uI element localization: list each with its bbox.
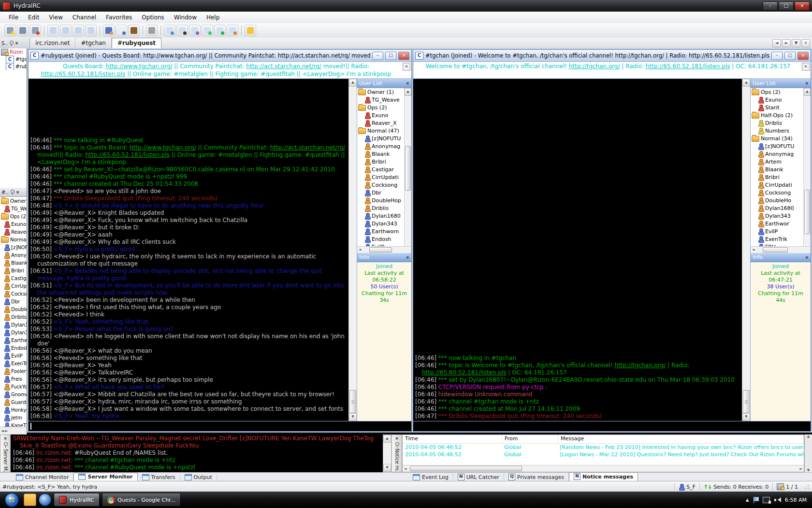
user-row[interactable]: Earthworn	[357, 227, 404, 235]
server-monitor-caption[interactable]: × Server M...	[0, 434, 11, 472]
notice-vscrollbar[interactable]: ▲ ▼	[804, 434, 812, 472]
user-group-row[interactable]: Normal (47)	[357, 127, 404, 134]
tab-private-messages[interactable]: QPrivate messages	[504, 473, 569, 481]
user-row[interactable]: Artem	[751, 158, 803, 165]
server-tree-server[interactable]: Rizon	[0, 48, 27, 56]
tab-close-icon[interactable]: ×	[801, 39, 810, 47]
user-row[interactable]: Guardsma	[0, 398, 27, 406]
user-row[interactable]: Starit	[751, 104, 803, 111]
network-icon[interactable]	[763, 497, 770, 503]
user-row[interactable]: [z]NOFUTU	[357, 134, 404, 142]
scroll-down-icon[interactable]: ▼	[742, 413, 750, 421]
userlist-header[interactable]: User List ×	[357, 79, 411, 88]
tab-output[interactable]: Output	[180, 474, 217, 481]
user-row[interactable]: CirrUpdati	[0, 282, 27, 290]
scroll-left-icon[interactable]: ◄	[751, 248, 756, 252]
user-row[interactable]: Dylan1680	[751, 204, 803, 212]
link[interactable]: http://65.60.52.181/listen.pls	[41, 71, 126, 77]
tab-transfers[interactable]: Transfers	[138, 474, 180, 481]
server-tree-pane-caption[interactable]: S.. ×	[0, 38, 30, 48]
tgchan-titlebar[interactable]: C #tgchan (Joined) - Welcome to #tgchan,…	[413, 50, 811, 62]
cascade-windows-icon[interactable]	[47, 25, 59, 36]
user-row[interactable]: Dylan1680	[357, 212, 404, 220]
tgchan-input[interactable]	[413, 421, 811, 431]
user-row[interactable]: Exuno	[751, 96, 803, 104]
user-row[interactable]: Driblis	[0, 313, 27, 321]
menu-view[interactable]: View	[44, 13, 67, 22]
user-row[interactable]: Driblis	[751, 119, 803, 127]
userlist-scrollbar[interactable]: ▲	[404, 88, 411, 246]
quick-connect-icon[interactable]	[17, 25, 29, 36]
topic-close-icon[interactable]: ×	[802, 63, 810, 71]
info-header[interactable]: Info ×	[357, 253, 411, 262]
menu-edit[interactable]: Edit	[23, 13, 44, 22]
tile-horizontal-icon[interactable]	[72, 25, 84, 36]
user-row[interactable]: Anonymag	[357, 142, 404, 150]
pin-icon[interactable]	[9, 40, 14, 46]
disconnect-icon[interactable]	[29, 25, 41, 36]
userlist-scrollbar[interactable]: ▲	[803, 88, 811, 246]
user-row[interactable]: Anonymag	[0, 251, 27, 259]
scroll-right-icon[interactable]: ►	[5, 429, 8, 433]
user-group-row[interactable]: Half-Ops (2)	[751, 111, 803, 119]
user-row[interactable]: Exuno	[357, 111, 404, 119]
scroll-up-icon[interactable]: ▲	[349, 79, 357, 87]
user-row[interactable]: Bribri	[751, 173, 803, 181]
server-monitor-scrollbar[interactable]: ▲ ▼	[383, 434, 392, 472]
user-group-row[interactable]: Normal (47)	[0, 236, 27, 243]
statusbar-transfers[interactable]: ↑↓ Sends: 0 Receives: 0	[699, 483, 773, 491]
link[interactable]: http://tgchan.org/	[615, 362, 666, 369]
link[interactable]: http://65.60.52.181/listen.pls	[646, 63, 730, 70]
user-row[interactable]: Bribri	[0, 267, 27, 274]
favorites-icon[interactable]	[128, 25, 140, 36]
scroll-up-icon[interactable]: ▲	[805, 434, 812, 438]
user-row[interactable]: FoolerySle	[0, 367, 27, 375]
user-row[interactable]: DoubleHop	[0, 305, 27, 313]
restore-button[interactable]: □	[784, 52, 796, 60]
user-row[interactable]: Blaank	[751, 165, 803, 173]
user-group-row[interactable]: Normal (34)	[751, 134, 803, 142]
user-row[interactable]: Honky[zor	[0, 406, 27, 414]
script-editor-icon[interactable]	[245, 25, 256, 36]
user-row[interactable]: Dylan343	[751, 212, 803, 220]
user-row[interactable]: FuckYou	[0, 383, 27, 390]
user-group-row[interactable]: Ops (2)	[0, 212, 27, 220]
user-row[interactable]: Earthwor	[751, 220, 803, 227]
menu-window[interactable]: Window	[169, 13, 202, 22]
scroll-thumb[interactable]	[804, 190, 810, 234]
user-row[interactable]: Endosh	[357, 235, 404, 243]
url-catcher-window-icon[interactable]	[202, 25, 213, 36]
start-button[interactable]	[5, 493, 19, 507]
tab-channel-monitor[interactable]: Channel Monitor	[12, 474, 73, 481]
transfers-window-icon[interactable]	[214, 25, 226, 36]
user-row[interactable]: Castigar	[0, 274, 27, 282]
statusbar-connections[interactable]: 1 / 1	[772, 483, 802, 491]
user-row[interactable]: Dbr	[357, 189, 404, 196]
minimize-button[interactable]: –	[771, 52, 783, 60]
connect-icon[interactable]	[4, 25, 16, 36]
scroll-thumb[interactable]	[369, 247, 392, 253]
media-quicklaunch-icon[interactable]	[39, 493, 51, 506]
user-row[interactable]: Jetm	[0, 414, 27, 421]
user-group-row[interactable]: Owner (1)	[0, 197, 27, 205]
close-button[interactable]: ×	[798, 52, 809, 60]
user-row[interactable]: Exuno	[0, 220, 27, 228]
scroll-down-icon[interactable]: ▼	[805, 468, 812, 472]
tab-url-catcher[interactable]: NURL Catcher	[453, 473, 504, 481]
user-row[interactable]: Dylan1680	[0, 321, 27, 329]
tab-event-log[interactable]: Event Log	[408, 474, 453, 481]
user-row[interactable]: Bribri	[357, 158, 404, 165]
scroll-thumb[interactable]	[349, 390, 356, 413]
user-row[interactable]: TG_Weave	[0, 205, 27, 212]
menu-options[interactable]: Options	[137, 13, 169, 22]
user-row[interactable]: CirrUpdati	[357, 173, 404, 181]
link[interactable]: http://www.tgchan.org/	[130, 144, 196, 151]
minimize-button[interactable]: –	[763, 1, 778, 11]
user-row[interactable]: Earthworn	[0, 336, 27, 344]
user-row[interactable]: EvilP	[751, 227, 803, 235]
dock-scroll[interactable]: ◄ ►	[0, 427, 27, 434]
user-group-row[interactable]: Ops (2)	[751, 88, 803, 96]
userlist-hscrollbar[interactable]: ◄	[357, 246, 411, 253]
close-button[interactable]: ×	[795, 1, 810, 11]
user-row[interactable]: Reaver_X	[357, 119, 404, 127]
